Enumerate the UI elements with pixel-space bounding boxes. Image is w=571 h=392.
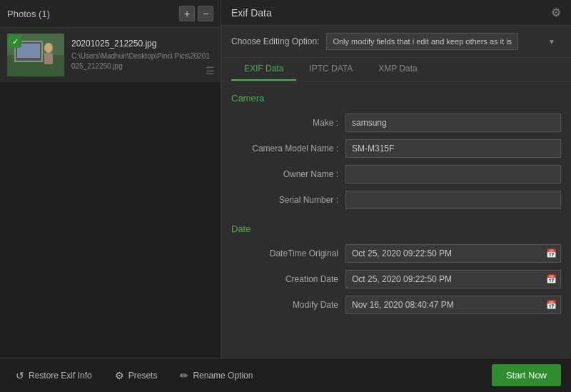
owner-name-field-row: Owner Name :	[231, 165, 561, 184]
creation-date-wrapper: 📅	[345, 270, 561, 288]
tab-exif[interactable]: EXIF Data	[231, 58, 296, 81]
tabs-bar: EXIF Data IPTC DATA XMP Data	[221, 58, 571, 81]
right-panel: Exif Data ⚙ Choose Editing Option: Only …	[221, 0, 571, 358]
camera-model-field-row: Camera Model Name :	[231, 139, 561, 158]
content-area: Camera Make : Camera Model Name : Owner …	[221, 81, 571, 358]
modify-date-label: Modify Date	[231, 300, 345, 310]
serial-number-input[interactable]	[345, 191, 561, 209]
owner-name-input[interactable]	[345, 165, 561, 184]
photos-title: Photos (1)	[7, 9, 50, 19]
restore-exif-button[interactable]: ↺ Restore Exif Info	[10, 367, 98, 384]
footer: ↺ Restore Exif Info ⚙ Presets ✏ Rename O…	[0, 358, 571, 392]
rename-option-button[interactable]: ✏ Rename Option	[174, 367, 258, 384]
creation-date-label: Creation Date	[231, 274, 345, 284]
datetime-original-label: DateTime Original	[231, 248, 345, 258]
photo-info: 20201025_212250.jpg C:\Users\Madhuri\Des…	[71, 39, 213, 71]
svg-rect-6	[44, 53, 53, 64]
tab-iptc[interactable]: IPTC DATA	[296, 58, 365, 81]
edit-option-label: Choose Editing Option:	[231, 36, 319, 46]
presets-icon: ⚙	[115, 370, 124, 381]
photo-item[interactable]: ✓ 20201025_212250.jpg C:\Users\Madhuri\D…	[0, 28, 221, 82]
make-field-row: Make :	[231, 114, 561, 132]
modify-date-input[interactable]	[345, 296, 561, 314]
right-panel-header: Exif Data ⚙	[221, 0, 571, 26]
edit-option-bar: Choose Editing Option: Only modify field…	[221, 26, 571, 58]
creation-date-field-row: Creation Date 📅	[231, 270, 561, 288]
edit-option-select[interactable]: Only modify fields that i edit and keep …	[326, 33, 518, 50]
date-section-title: Date	[231, 223, 561, 234]
presets-button[interactable]: ⚙ Presets	[109, 367, 163, 384]
owner-name-label: Owner Name :	[231, 169, 345, 179]
svg-point-5	[44, 43, 53, 53]
datetime-original-input[interactable]	[345, 244, 561, 263]
photo-filename: 20201025_212250.jpg	[71, 39, 213, 49]
edit-option-select-wrapper: Only modify fields that i edit and keep …	[326, 33, 561, 50]
datetime-original-field-row: DateTime Original 📅	[231, 244, 561, 263]
header-buttons: + −	[179, 6, 213, 21]
rename-icon: ✏	[180, 370, 188, 381]
modify-date-wrapper: 📅	[345, 296, 561, 314]
left-panel-header: Photos (1) + −	[0, 0, 221, 28]
remove-photo-button[interactable]: −	[198, 6, 213, 21]
presets-label: Presets	[128, 371, 158, 381]
datetime-original-wrapper: 📅	[345, 244, 561, 263]
start-now-button[interactable]: Start Now	[492, 364, 561, 386]
list-icon: ☰	[206, 65, 215, 76]
photo-path: C:\Users\Madhuri\Desktop\Pinci Pics\2020…	[71, 51, 213, 71]
restore-label: Restore Exif Info	[29, 371, 92, 381]
creation-date-input[interactable]	[345, 270, 561, 288]
exif-data-title: Exif Data	[231, 7, 272, 19]
camera-model-label: Camera Model Name :	[231, 144, 345, 154]
make-input[interactable]	[345, 114, 561, 132]
settings-icon[interactable]: ⚙	[551, 6, 561, 19]
add-photo-button[interactable]: +	[179, 6, 195, 21]
camera-model-input[interactable]	[345, 139, 561, 158]
tab-xmp[interactable]: XMP Data	[365, 58, 430, 81]
serial-number-label: Serial Number :	[231, 195, 345, 205]
restore-icon: ↺	[16, 370, 24, 381]
camera-section-title: Camera	[231, 93, 561, 104]
check-mark: ✓	[9, 35, 21, 48]
rename-label: Rename Option	[193, 371, 253, 381]
serial-number-field-row: Serial Number :	[231, 191, 561, 209]
modify-date-field-row: Modify Date 📅	[231, 296, 561, 314]
footer-left: ↺ Restore Exif Info ⚙ Presets ✏ Rename O…	[10, 367, 258, 384]
left-panel: Photos (1) + −	[0, 0, 221, 358]
photo-thumbnail: ✓	[7, 34, 64, 76]
make-label: Make :	[231, 118, 345, 128]
